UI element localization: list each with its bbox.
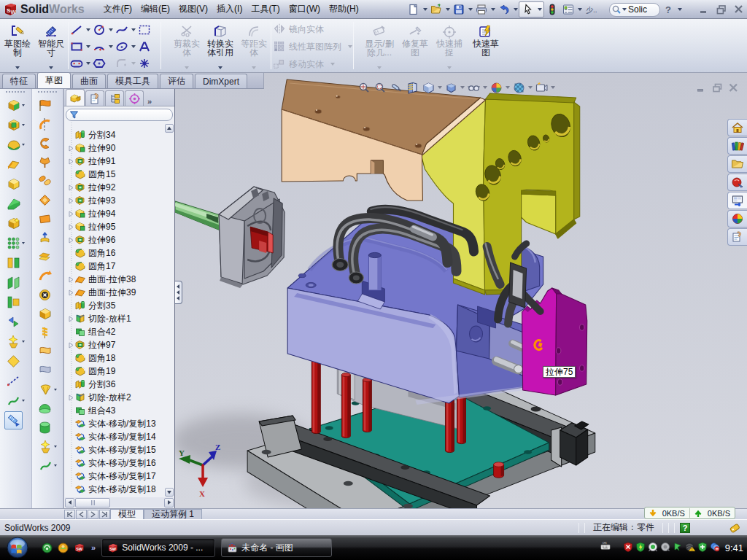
cmd-smart-dimension[interactable]: 智能尺 寸 [35,19,67,72]
tool-hole-wizard[interactable] [6,214,26,233]
tool-extruded-boss[interactable] [6,96,25,115]
help-button[interactable]: ? [661,2,676,17]
undo-dropdown[interactable] [512,2,519,17]
status-help-button[interactable]: ? [680,523,690,533]
tree-item[interactable]: 组合43 [64,404,115,417]
tool-lofted-surface[interactable] [37,152,57,171]
quicklaunch-solidworks-icon[interactable]: SW [74,542,85,553]
tree-item[interactable]: 曲面-拉伸39 [64,286,136,299]
tree-vertical-scrollbar[interactable] [164,124,174,497]
tree-item[interactable]: 圆角19 [64,365,115,378]
hud-view-orientation[interactable] [421,79,436,96]
tool-lofted-boss[interactable] [6,155,26,174]
sketch-spline-dropdown[interactable] [129,28,137,31]
tool-shell[interactable] [6,292,26,312]
text-size-button[interactable]: 少.. [584,2,598,17]
sketch-line-tool[interactable] [69,23,84,37]
messenger-icon[interactable] [673,542,683,554]
tool-rib[interactable] [6,253,26,273]
sketch-line-dropdown[interactable] [84,28,92,31]
sketch-sfillet-dropdown[interactable] [129,62,137,65]
hud-hide-show-items[interactable] [466,79,481,96]
quicklaunch-chevron[interactable]: » [91,543,96,552]
tree-item[interactable]: 拉伸91 [64,155,115,168]
cmd-trim-entities[interactable]: 剪裁实 体 [171,19,203,72]
tool-reference-line[interactable] [6,371,26,391]
tree-item[interactable]: 组合42 [64,325,115,338]
scroll-left-arrow[interactable] [65,498,74,508]
tree-item[interactable]: 实体-移动/复制14 [64,430,156,443]
tree-filter-input[interactable] [66,109,173,121]
hud-view-orientation-dropdown[interactable] [437,86,442,89]
traffic-light-button[interactable] [545,2,560,17]
update-ring-icon[interactable] [648,542,658,554]
hud-zoom-fit[interactable] [357,79,371,96]
ribbon-tab-2[interactable]: 曲面 [72,74,106,88]
hud-camera-dropdown[interactable] [550,86,555,89]
menu-0[interactable]: 文件(F) [99,0,136,18]
tool-boundary-surface[interactable] [37,171,57,190]
sketch-spline-tool[interactable] [115,23,129,37]
tool-swept-boss[interactable] [6,135,25,155]
tool-freeform[interactable] [37,342,57,361]
cmd-linear-pattern[interactable]: 线性草图阵列 [272,38,352,55]
tree-item[interactable]: 拉伸96 [64,233,115,246]
taskbar-task-solidworks[interactable]: SW SolidWorks 2009 - ... [101,538,215,557]
graphics-viewport[interactable]: Y Z X 拉伸75 [175,73,747,508]
panel-splitter-handle[interactable] [175,281,182,304]
tool-extruded-surface[interactable] [37,96,57,114]
hud-scene-dropdown[interactable] [527,86,533,89]
sketch-circle-tool[interactable] [92,23,107,37]
antivirus-shield-icon[interactable] [623,542,633,554]
tool-knit-surface[interactable] [37,247,57,266]
tool-planar-surface[interactable] [37,190,57,209]
tool-draft[interactable] [6,273,26,292]
sketch-slot-dropdown[interactable] [84,62,92,65]
hud-camera[interactable] [534,79,549,96]
taskpane-tab-file-explorer[interactable] [727,155,747,173]
menu-4[interactable]: 工具(T) [247,0,284,18]
volume-icon[interactable] [660,542,670,554]
taskpane-tab-resources[interactable] [727,119,747,136]
tool-boundary-boss[interactable] [6,174,26,194]
sketch-circle-dropdown[interactable] [107,28,115,31]
taskbar-task-paint[interactable]: 未命名 - 画图 [221,538,332,557]
help-dropdown[interactable] [676,2,683,17]
close-button[interactable] [734,4,744,15]
scroll-up-arrow[interactable] [165,124,174,133]
keyboard-icon[interactable]: CHS [600,542,611,554]
cmd-display-relations[interactable]: 显示/删 除几... [360,19,398,72]
tool-surface-sparkle[interactable] [38,437,57,456]
tree-item[interactable]: 切除-放样2 [64,391,131,404]
cmd-move-entities[interactable]: 移动实体 [272,55,352,73]
quicklaunch-ball-icon[interactable] [58,542,69,553]
hud-section-view[interactable] [405,79,419,96]
taskpane-tab-appearances-scenes[interactable] [727,210,747,228]
sketch-rect-dropdown[interactable] [84,45,92,48]
ribbon-tab-1[interactable]: 草图 [37,72,71,88]
tree-item[interactable]: 拉伸93 [64,194,115,207]
tool-extend-surface[interactable] [37,228,57,247]
cmd-repair-sketch[interactable]: 修复草 图 [398,19,432,72]
sketch-rect-tool[interactable] [69,39,84,54]
cmd-sketch-draw[interactable]: 草图绘 制 [0,19,35,72]
select-button[interactable] [521,2,535,17]
tree-item[interactable]: 实体-移动/复制17 [64,470,156,483]
sketch-textA-tool[interactable] [137,39,152,54]
start-button[interactable] [4,537,31,559]
tree-horizontal-scrollbar[interactable] [65,497,174,508]
save-button[interactable] [452,2,466,17]
tree-item[interactable]: 拉伸95 [64,220,115,233]
prev-tab-button[interactable] [76,510,87,519]
taskpane-tab-design-library[interactable] [727,137,747,155]
tree-item[interactable]: 拉伸94 [64,207,115,220]
next-tab-button[interactable] [88,510,98,519]
scroll-right-arrow[interactable] [164,498,174,508]
panel-tab-dimxpert-manager[interactable] [125,90,144,106]
doc-minimize-button[interactable] [697,83,706,93]
options-list-dropdown[interactable] [576,2,583,17]
tree-item[interactable]: 切除-放样1 [64,312,131,325]
tool-surface-curve[interactable] [38,456,57,475]
last-tab-button[interactable] [99,510,110,519]
taskpane-tab-view-palette[interactable] [727,192,747,209]
